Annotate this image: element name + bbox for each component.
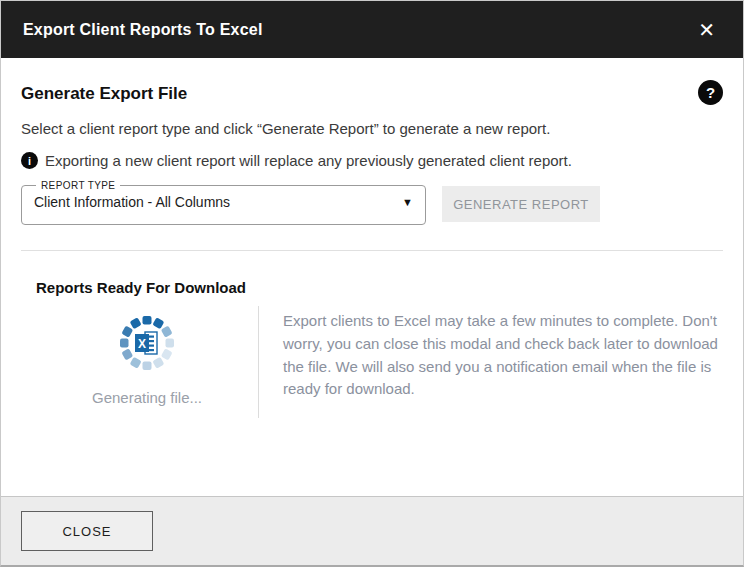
download-body: X Generating file... Export clients to E… [36, 310, 723, 418]
generate-heading-row: Generate Export File ? [21, 80, 723, 105]
svg-text:X: X [138, 337, 146, 351]
download-section-title: Reports Ready For Download [36, 279, 723, 296]
modal-title: Export Client Reports To Excel [23, 21, 263, 39]
info-icon: i [21, 152, 38, 169]
export-notice-text: Export clients to Excel may take a few m… [283, 310, 730, 401]
chevron-down-icon: ▼ [402, 197, 413, 208]
report-type-select-face: Client Information - All Columns ▼ [34, 189, 413, 215]
generating-file-label: Generating file... [92, 389, 202, 406]
generate-description: Select a client report type and click “G… [21, 120, 723, 137]
info-note-text: Exporting a new client report will repla… [45, 152, 572, 169]
generate-report-button[interactable]: GENERATE REPORT [442, 186, 600, 222]
report-type-select[interactable]: REPORT TYPE Client Information - All Col… [21, 180, 426, 225]
modal-footer: CLOSE [1, 496, 743, 565]
reports-download-section: Reports Ready For Download [1, 251, 743, 418]
generate-section-title: Generate Export File [21, 80, 187, 104]
report-type-selected-value: Client Information - All Columns [34, 194, 230, 210]
export-notice: Export clients to Excel may take a few m… [259, 310, 730, 418]
excel-spinner-icon: X [118, 314, 176, 376]
help-icon[interactable]: ? [698, 80, 723, 105]
close-icon[interactable]: ✕ [692, 16, 721, 44]
report-controls-row: REPORT TYPE Client Information - All Col… [21, 180, 723, 225]
close-button[interactable]: CLOSE [21, 511, 153, 551]
info-note-row: i Exporting a new client report will rep… [21, 152, 723, 169]
export-reports-modal: Export Client Reports To Excel ✕ Generat… [0, 0, 744, 567]
generating-status: X Generating file... [36, 310, 258, 418]
modal-header: Export Client Reports To Excel ✕ [1, 1, 743, 58]
generate-export-section: Generate Export File ? Select a client r… [1, 58, 743, 251]
report-type-label: REPORT TYPE [36, 180, 120, 191]
